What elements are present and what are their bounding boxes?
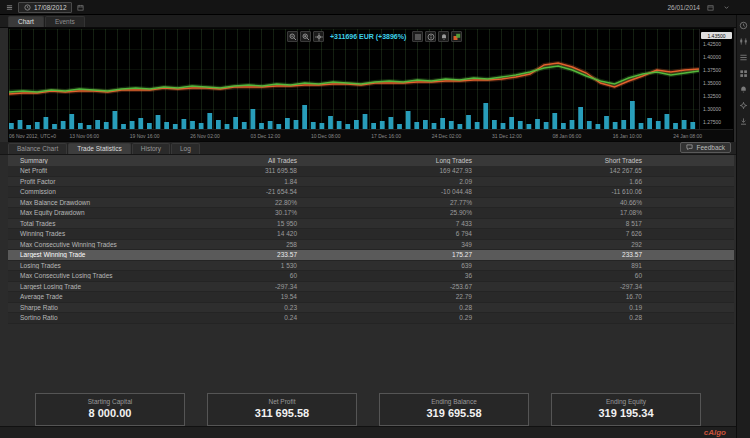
- chevron-down-icon[interactable]: [720, 1, 732, 13]
- tab-events[interactable]: Events: [45, 16, 85, 27]
- summary-label: Ending Equity: [552, 398, 700, 405]
- price-axis-label: 1.30000: [703, 106, 721, 112]
- feedback-button[interactable]: Feedback: [680, 142, 731, 153]
- table-row[interactable]: Net Profit311 695.58169 427.93142 267.65: [8, 166, 734, 177]
- table-row[interactable]: Max Balance Drawdown22.80%27.77%40.66%: [8, 198, 734, 209]
- clock-icon[interactable]: [739, 20, 749, 30]
- trade-statistics-table: Summary All Trades Long Trades Short Tra…: [8, 155, 734, 324]
- time-axis-label: 24 Jan 08:00: [673, 133, 702, 139]
- download-icon[interactable]: [739, 116, 749, 126]
- summary-box: Ending Balance319 695.58: [379, 393, 529, 426]
- table-row[interactable]: Losing Trades1 530639891: [8, 261, 734, 272]
- price-axis-label: 1.40000: [703, 54, 721, 60]
- summary-box: Starting Capital8 000.00: [35, 393, 185, 426]
- results-tabs: Balance ChartTrade StatisticsHistoryLog: [8, 143, 200, 154]
- info-button[interactable]: [425, 31, 436, 42]
- chart-panel: +311696 EUR (+3896%) 1.43500 1.425001.40…: [8, 28, 734, 142]
- table-row[interactable]: Profit Factor1.842.091.66: [8, 177, 734, 188]
- grid-icon[interactable]: [739, 68, 749, 78]
- table-row[interactable]: Average Trade19.5422.7916.70: [8, 292, 734, 303]
- bottom-strip: cAlgo: [0, 426, 736, 438]
- summary-box: Ending Equity319 195.34: [551, 393, 701, 426]
- time-axis-label: 06 Nov 2012, UTC+0: [9, 133, 56, 139]
- price-axis-label: 1.35000: [703, 80, 721, 86]
- price-axis-label: 1.37500: [703, 67, 721, 73]
- tab-log[interactable]: Log: [171, 143, 200, 154]
- table-row[interactable]: Max Consecutive Winning Trades258349292: [8, 240, 734, 251]
- current-price-tag: 1.43500: [701, 32, 732, 39]
- col-short-trades: Short Trades: [478, 157, 648, 164]
- summary-value: 8 000.00: [36, 407, 184, 419]
- summary-value: 319 195.34: [552, 407, 700, 419]
- time-axis-label: 10 Dec 08:00: [311, 133, 341, 139]
- list-button[interactable]: [412, 31, 423, 42]
- table-row[interactable]: Max Consecutive Losing Trades603660: [8, 271, 734, 282]
- time-axis-label: 13 Nov 06:00: [69, 133, 99, 139]
- table-body: Net Profit311 695.58169 427.93142 267.65…: [8, 166, 734, 324]
- table-row[interactable]: Largest Losing Trade-297.34-253.67-297.3…: [8, 282, 734, 293]
- time-axis-label: 03 Dec 12:00: [251, 133, 281, 139]
- time-axis-label: 19 Nov 16:00: [130, 133, 160, 139]
- tab-balance-chart[interactable]: Balance Chart: [8, 143, 67, 154]
- backtest-start-date-picker[interactable]: 17/08/2012: [18, 2, 72, 13]
- clock-icon: [23, 3, 31, 11]
- menu-icon[interactable]: [3, 1, 15, 13]
- settings-gear-icon[interactable]: [739, 100, 749, 110]
- results-tab-bar: Balance ChartTrade StatisticsHistoryLog …: [0, 142, 736, 155]
- calendar-end-icon[interactable]: [704, 1, 716, 13]
- price-axis-label: 1.32500: [703, 93, 721, 99]
- equity-gain-label: +311696 EUR (+3896%): [330, 33, 406, 40]
- col-summary: Summary: [8, 157, 208, 164]
- time-axis-label: 26 Nov 02:00: [190, 133, 220, 139]
- summary-box: Net Profit311 695.58: [207, 393, 357, 426]
- calendar-icon[interactable]: [75, 1, 87, 13]
- alerts-icon[interactable]: [739, 84, 749, 94]
- chart-plot-area[interactable]: [9, 29, 699, 129]
- price-axis[interactable]: 1.43500 1.425001.400001.375001.350001.32…: [699, 29, 733, 129]
- price-axis-label: 1.42500: [703, 41, 721, 47]
- alerts-button[interactable]: [438, 31, 449, 42]
- feedback-label: Feedback: [696, 144, 725, 151]
- summary-label: Ending Balance: [380, 398, 528, 405]
- time-axis-label: 16 Jan 10:00: [613, 133, 642, 139]
- time-axis-label: 24 Dec 02:00: [432, 133, 462, 139]
- speech-bubble-icon: [686, 144, 693, 151]
- calgo-logo: cAlgo: [704, 428, 726, 437]
- shapes-button[interactable]: [451, 31, 462, 42]
- table-row[interactable]: Max Equity Drawdown30.17%25.90%17.08%: [8, 208, 734, 219]
- start-date-value: 17/08/2012: [34, 4, 67, 11]
- time-axis-label: 08 Jan 06:00: [552, 133, 581, 139]
- tab-chart[interactable]: Chart: [8, 16, 44, 27]
- table-header: Summary All Trades Long Trades Short Tra…: [8, 155, 734, 166]
- table-row[interactable]: Winning Trades14 4206 7947 626: [8, 229, 734, 240]
- chart-toolbar: +311696 EUR (+3896%): [287, 31, 462, 42]
- col-all-trades: All Trades: [208, 157, 303, 164]
- main-content: Chart Events +311696 EUR (+3896%): [0, 15, 736, 438]
- col-long-trades: Long Trades: [303, 157, 478, 164]
- tab-history[interactable]: History: [132, 143, 170, 154]
- chart-canvas: [9, 29, 699, 129]
- watchlist-icon[interactable]: [739, 52, 749, 62]
- zoom-in-button[interactable]: [300, 31, 311, 42]
- table-row[interactable]: Sortino Ratio0.240.290.28: [8, 313, 734, 324]
- top-toolbar: 17/08/2012 26/01/2014: [0, 0, 750, 15]
- price-axis-label: 1.27500: [703, 119, 721, 125]
- table-row[interactable]: Total Trades15 9507 4338 517: [8, 219, 734, 230]
- right-sidebar: [736, 15, 750, 438]
- chart-icon[interactable]: [739, 36, 749, 46]
- table-row[interactable]: Sharpe Ratio0.230.280.19: [8, 303, 734, 314]
- time-axis-label: 31 Dec 12:00: [492, 133, 522, 139]
- crosshair-button[interactable]: [313, 31, 324, 42]
- table-row[interactable]: Largest Winning Trade233.57175.27233.57: [8, 250, 734, 261]
- summary-value: 319 695.58: [380, 407, 528, 419]
- table-row[interactable]: Commission-21 654.54-10 044.48-11 610.06: [8, 187, 734, 198]
- time-axis[interactable]: 06 Nov 2012, UTC+013 Nov 06:0019 Nov 16:…: [9, 129, 733, 141]
- summary-boxes: Starting Capital8 000.00Net Profit311 69…: [35, 393, 701, 426]
- summary-label: Net Profit: [208, 398, 356, 405]
- backtest-end-date[interactable]: 26/01/2014: [667, 4, 700, 11]
- zoom-out-button[interactable]: [287, 31, 298, 42]
- summary-label: Starting Capital: [36, 398, 184, 405]
- tab-trade-statistics[interactable]: Trade Statistics: [68, 143, 131, 154]
- summary-value: 311 695.58: [208, 407, 356, 419]
- backtesting-window: 17/08/2012 26/01/2014 Chart Events: [0, 0, 750, 438]
